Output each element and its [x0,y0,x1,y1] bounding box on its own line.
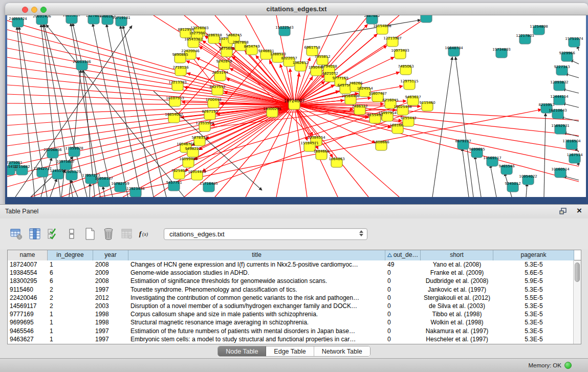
svg-text:2803144: 2803144 [212,71,228,75]
float-panel-icon[interactable] [559,207,568,215]
graph-node-selected[interactable]: 9115460 [419,101,435,112]
graph-node[interactable]: 19734893 [492,48,511,58]
graph-node-selected[interactable]: 8454749 [244,45,259,55]
graph-node[interactable]: 16210643 [549,108,567,119]
graph-node-selected[interactable]: 1608686 [373,140,389,151]
cell-in_degree: 2 [48,294,93,302]
table-gear-icon[interactable] [9,227,23,241]
graph-node[interactable]: 13942737 [33,167,52,178]
scrollbar-thumb[interactable] [575,262,580,282]
graph-node[interactable]: 15751074 [565,37,583,48]
graph-node[interactable]: 12093832 [550,80,569,91]
graph-node-selected[interactable]: 7625402 [171,169,187,180]
column-header-name[interactable]: name [8,250,48,260]
table-row[interactable]: 977716911998Corpus callosum shape and si… [8,310,581,318]
function-builder-icon[interactable]: f(x) [138,227,152,241]
graph-node[interactable]: 2687682 [364,15,380,24]
column-header-title[interactable]: title [128,250,385,260]
graph-node-selected[interactable]: 1064863 [329,157,344,168]
new-document-icon[interactable] [83,227,97,241]
graph-node-selected[interactable]: 2803144 [212,71,228,81]
table-selector-dropdown[interactable]: citations_edges.txt [164,228,367,240]
graph-node[interactable]: 8813014 [418,15,434,23]
select-columns-icon[interactable] [28,227,41,241]
graph-node[interactable]: 9465546 [498,164,515,175]
graph-node-selected[interactable]: 9242848 [216,59,232,70]
graph-node[interactable]: 17359928 [65,146,83,157]
graph-node[interactable]: 17016504 [562,139,581,150]
graph-node-selected[interactable]: 7485063 [398,64,413,75]
graph-node-selected[interactable]: 2718126 [172,65,189,76]
svg-text:f: f [139,230,142,238]
graph-node-selected[interactable]: 1700448 [205,98,221,108]
vertical-scrollbar[interactable] [573,260,581,344]
graph-node[interactable]: 1215682 [14,165,30,176]
table-row[interactable]: 1456911722003Disruption of a novel membe… [8,302,581,310]
graph-node[interactable]: 20691406 [33,15,51,25]
graph-node[interactable]: 9699695 [469,147,485,158]
tab-network-table[interactable]: Network Table [314,346,370,356]
graph-node[interactable]: 15122543 [275,26,294,36]
network-canvas[interactable]: 2405572420691406106532571527602946616210… [7,15,586,197]
graph-node-selected[interactable]: 5875685 [219,47,234,57]
close-panel-icon[interactable]: × [577,206,582,216]
graph-node[interactable]: 9227343 [554,65,570,76]
rows-icon[interactable] [64,227,78,241]
table-row[interactable]: 969969511998Structural magnetic resonanc… [8,318,581,326]
graph-node-selected[interactable]: 12213987 [383,36,402,47]
graph-edge [490,165,496,197]
graph-node-selected[interactable]: 8267150 [202,110,217,120]
graph-node-selected[interactable]: 12353594 [195,121,214,132]
graph-node-selected[interactable]: 9890885 [172,53,188,63]
graph-node-selected[interactable]: 1684660 [313,149,329,160]
graph-node[interactable]: 12923448 [126,187,145,198]
table-row[interactable]: 1830029562008Estimation of significance … [8,277,581,285]
table-row[interactable]: 946362711997Embryonic stem cells: a mode… [8,335,581,343]
column-header-year[interactable]: year [93,250,128,260]
graph-node-selected[interactable]: 9498222 [185,147,201,158]
svg-text:15751074: 15751074 [565,37,583,41]
graph-node[interactable]: 10719181 [112,16,130,27]
graph-node-selected[interactable]: 12975115 [400,79,419,90]
graph-node-selected[interactable]: 16154808 [373,24,391,35]
table-row[interactable]: 2242004622012Investigating the contribut… [8,294,581,302]
graph-node[interactable]: 15716485 [200,182,218,192]
graph-node-selected[interactable]: 12213383 [168,80,187,91]
import-table-icon[interactable] [120,227,134,241]
graph-node[interactable]: 12505125 [62,170,81,181]
graph-node[interactable]: 10160514 [551,167,570,178]
tab-node-table[interactable]: Node Table [218,346,266,356]
graph-node-selected[interactable]: 7955812 [314,55,330,65]
table-row[interactable]: 911546021997Tourette syndrome. Phenomeno… [8,286,581,294]
column-header-out_de[interactable]: out_de… [385,250,421,260]
graph-node[interactable]: 10653257 [62,15,81,24]
graph-node[interactable]: 15692931 [551,124,570,135]
graph-node[interactable]: 16648784 [445,46,463,57]
graph-node-selected[interactable]: 9155492 [367,113,383,124]
graph-node-selected[interactable]: 8427552 [209,85,225,96]
svg-text:16958187: 16958187 [95,177,113,181]
graph-node[interactable]: 9329966 [559,51,575,62]
graph-node[interactable]: 9457791 [166,181,182,191]
column-header-in_degree[interactable]: in_degree [48,250,93,260]
column-header-pagerank[interactable]: pagerank [493,250,574,260]
citation-network-graph[interactable]: 2405572420691406106532571527602946616210… [7,15,586,197]
graph-node-selected[interactable]: 7486322 [352,104,367,115]
table-row[interactable]: 946554611997Estimation of the future num… [8,327,581,335]
graph-node[interactable]: 10954022 [519,174,537,185]
graph-node[interactable]: 9245012 [505,182,520,192]
graph-node[interactable]: 20206856 [43,148,62,159]
graph-node[interactable]: 1167534 [567,153,583,164]
graph-node-selected[interactable]: 9463627 [405,95,421,106]
table-row[interactable]: 1938455462009Genome-wide association stu… [8,269,581,277]
graph-node[interactable]: 12217803 [516,34,534,45]
delete-table-icon[interactable] [101,227,115,241]
graph-node-selected[interactable]: 9155442 [400,116,416,127]
column-header-short[interactable]: short [421,250,493,260]
tab-edge-table[interactable]: Edge Table [266,346,314,356]
window-titlebar[interactable]: citations_edges.txt [5,3,588,15]
row-checklist-icon[interactable] [46,227,60,241]
graph-node-selected[interactable]: 1362612 [292,61,308,72]
table-row[interactable]: 1872400712008Changes of HCN gene express… [8,260,581,269]
graph-node-selected[interactable]: 16099489 [179,157,198,168]
